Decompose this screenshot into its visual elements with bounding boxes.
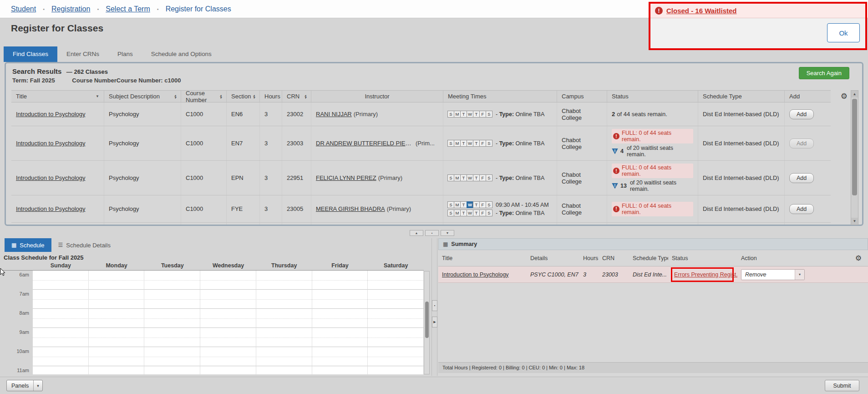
- add-button-disabled[interactable]: Add: [789, 138, 814, 148]
- schedule-hour-row: 10am: [2, 347, 424, 366]
- result-row[interactable]: Introduction to Psychology Psychology C1…: [11, 223, 831, 225]
- tab-find-classes[interactable]: Find Classes: [4, 46, 57, 62]
- action-select[interactable]: Remove ▾: [741, 269, 805, 280]
- instructor-note: (Primary): [387, 205, 411, 212]
- filter-icon[interactable]: ▼: [96, 94, 99, 98]
- course-title-link[interactable]: Introduction to Psychology: [16, 174, 85, 181]
- sort-icon[interactable]: ▴▾: [253, 94, 255, 99]
- column-header-action[interactable]: Action: [737, 255, 806, 261]
- tab-enter-crns[interactable]: Enter CRNs: [57, 46, 108, 62]
- sort-icon[interactable]: ▴▾: [220, 94, 222, 99]
- schedule-cell: [312, 309, 368, 328]
- splitter-expand-icon[interactable]: ▶: [432, 317, 437, 327]
- day-box: S: [486, 111, 492, 118]
- scroll-down-icon[interactable]: ▼: [851, 218, 858, 225]
- column-header-crn[interactable]: CRN: [599, 255, 629, 261]
- course-title-link[interactable]: Introduction to Psychology: [16, 140, 85, 147]
- scrollbar-thumb[interactable]: [425, 302, 429, 338]
- footer-bar: Panels ▾ Submit: [0, 377, 868, 394]
- results-table-header: Title▼ Subject Description▴▾ Course Numb…: [11, 90, 831, 102]
- breadcrumb-registration[interactable]: Registration: [51, 5, 90, 13]
- ok-button[interactable]: Ok: [827, 23, 860, 42]
- schedule-cell: [312, 290, 368, 309]
- add-button[interactable]: Add: [789, 204, 814, 214]
- result-row[interactable]: Introduction to Psychology Psychology C1…: [11, 126, 831, 161]
- instructor-note: (Prim...: [416, 140, 435, 147]
- breadcrumb-select-a-term[interactable]: Select a Term: [106, 5, 150, 13]
- instructor-link[interactable]: FELICIA LYNN PEREZ: [316, 174, 376, 181]
- day-box: M: [454, 174, 461, 181]
- vertical-splitter[interactable]: • ▶: [431, 238, 437, 376]
- add-button[interactable]: Add: [789, 109, 814, 119]
- tab-schedule-and-options[interactable]: Schedule and Options: [142, 46, 221, 62]
- submit-button[interactable]: Submit: [825, 380, 859, 391]
- panels-button[interactable]: Panels ▾: [6, 380, 43, 391]
- course-title-link[interactable]: Introduction to Psychology: [16, 205, 85, 212]
- column-header-subject[interactable]: Subject Description▴▾: [104, 91, 181, 102]
- crn-cell: 22951: [282, 161, 311, 195]
- instructor-link[interactable]: MEERA GIRISH BHADRA: [316, 205, 385, 212]
- resize-handle-button[interactable]: •: [425, 230, 439, 236]
- schedule-cell: [256, 290, 312, 309]
- result-row[interactable]: Introduction to Psychology Psychology C1…: [11, 161, 831, 195]
- column-header-instructor[interactable]: Instructor: [311, 91, 443, 102]
- schedule-cell: [33, 290, 89, 309]
- panels-caret-icon[interactable]: ▾: [33, 380, 42, 391]
- column-header-title[interactable]: Title: [438, 255, 527, 261]
- notification-header: ! Closed - 16 Waitlisted: [650, 4, 865, 18]
- result-row[interactable]: Introduction to Psychology Psychology C1…: [11, 102, 831, 126]
- summary-course-title-link[interactable]: Introduction to Psychology: [442, 271, 509, 278]
- schedule-scrollbar[interactable]: [424, 271, 430, 374]
- tab-plans[interactable]: Plans: [108, 46, 142, 62]
- result-row[interactable]: Introduction to Psychology Psychology C1…: [11, 195, 831, 223]
- notification-message-link[interactable]: Closed - 16 Waitlisted: [666, 7, 736, 15]
- column-header-hours[interactable]: Hours: [260, 91, 282, 102]
- column-header-campus[interactable]: Campus: [557, 91, 607, 102]
- column-header-hours[interactable]: Hours: [579, 255, 599, 261]
- time-label: 6am: [2, 271, 33, 290]
- add-button[interactable]: Add: [789, 173, 814, 183]
- sort-icon[interactable]: ▴▾: [174, 94, 176, 99]
- errors-preventing-registration-link[interactable]: Errors Preventing Regist...: [674, 271, 737, 278]
- tab-schedule-details[interactable]: ☰Schedule Details: [51, 238, 117, 252]
- summary-settings-gear-icon[interactable]: ⚙: [855, 254, 862, 262]
- tab-schedule[interactable]: ▦Schedule: [5, 238, 51, 252]
- column-header-crn[interactable]: CRN▴▾: [282, 91, 311, 102]
- summary-row[interactable]: Introduction to Psychology PSYC C1000, E…: [438, 266, 868, 283]
- column-header-status[interactable]: Status: [607, 91, 698, 102]
- schedule-cell: [312, 347, 368, 366]
- results-count: — 262 Classes: [66, 68, 108, 75]
- column-header-section[interactable]: Section▴▾: [227, 91, 260, 102]
- crn-cell: 23003: [282, 126, 311, 160]
- instructor-link[interactable]: DR ANDREW BUTTERFIELD PIERSON: [316, 140, 414, 147]
- schedule-cell: [368, 271, 424, 290]
- day-box: T: [460, 140, 467, 147]
- summary-grid-icon: ▦: [443, 241, 448, 247]
- instructor-link[interactable]: RANI NIJJAR: [316, 111, 352, 118]
- time-label: 9am: [2, 328, 33, 347]
- course-title-link[interactable]: Introduction to Psychology: [16, 111, 85, 118]
- collapse-up-button[interactable]: ▲: [410, 230, 423, 236]
- column-header-course-number[interactable]: Course Number▴▾: [181, 91, 227, 102]
- column-header-status[interactable]: Status: [668, 255, 737, 261]
- scroll-up-icon[interactable]: ▲: [851, 91, 858, 97]
- sort-icon[interactable]: ▴▾: [305, 94, 306, 99]
- splitter-handle-button[interactable]: •: [432, 300, 437, 311]
- day-box: F: [479, 111, 486, 118]
- column-header-add[interactable]: Add: [785, 91, 826, 102]
- results-heading: Search Results: [12, 67, 61, 75]
- breadcrumb-student[interactable]: Student: [11, 5, 36, 13]
- select-caret-icon[interactable]: ▾: [795, 270, 804, 280]
- table-settings-gear-icon[interactable]: ⚙: [841, 92, 848, 101]
- column-header-title[interactable]: Title▼: [11, 91, 104, 102]
- collapse-down-button[interactable]: ▼: [441, 230, 454, 236]
- column-header-details[interactable]: Details: [527, 255, 579, 261]
- search-again-button[interactable]: Search Again: [799, 67, 849, 79]
- section-cell: HY1: [227, 223, 260, 225]
- column-header-meeting-times[interactable]: Meeting Times: [443, 91, 557, 102]
- column-header-schedule-type[interactable]: Schedule Type: [698, 91, 785, 102]
- scrollbar-thumb[interactable]: [852, 99, 857, 195]
- hours-cell: 3: [260, 195, 282, 222]
- results-scrollbar[interactable]: ▲ ▼: [851, 90, 858, 225]
- column-header-schedule-type[interactable]: Schedule Type: [629, 255, 668, 261]
